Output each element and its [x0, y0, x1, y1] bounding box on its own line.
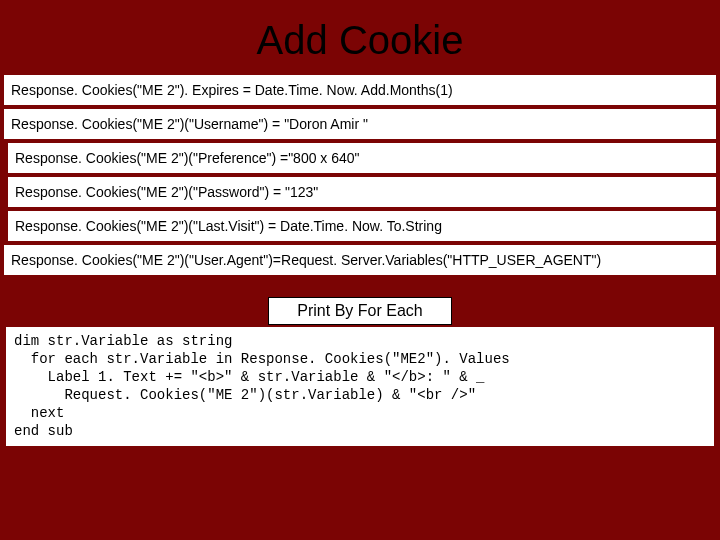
- code-line-5: Response. Cookies("ME 2")("Last.Visit") …: [8, 211, 716, 241]
- code-line-6: Response. Cookies("ME 2")("User.Agent")=…: [4, 245, 716, 275]
- code-line-1: Response. Cookies("ME 2"). Expires = Dat…: [4, 75, 716, 105]
- code-line-2: Response. Cookies("ME 2")("Username") = …: [4, 109, 716, 139]
- code-line-3: Response. Cookies("ME 2")("Preference") …: [8, 143, 716, 173]
- slide: Add Cookie Response. Cookies("ME 2"). Ex…: [0, 0, 720, 540]
- foreach-snippet: dim str.Variable as string for each str.…: [6, 327, 714, 446]
- print-caption: Print By For Each: [268, 297, 451, 325]
- caption-wrap: Print By For Each: [0, 297, 720, 325]
- slide-title: Add Cookie: [0, 0, 720, 71]
- code-line-4: Response. Cookies("ME 2")("Password") = …: [8, 177, 716, 207]
